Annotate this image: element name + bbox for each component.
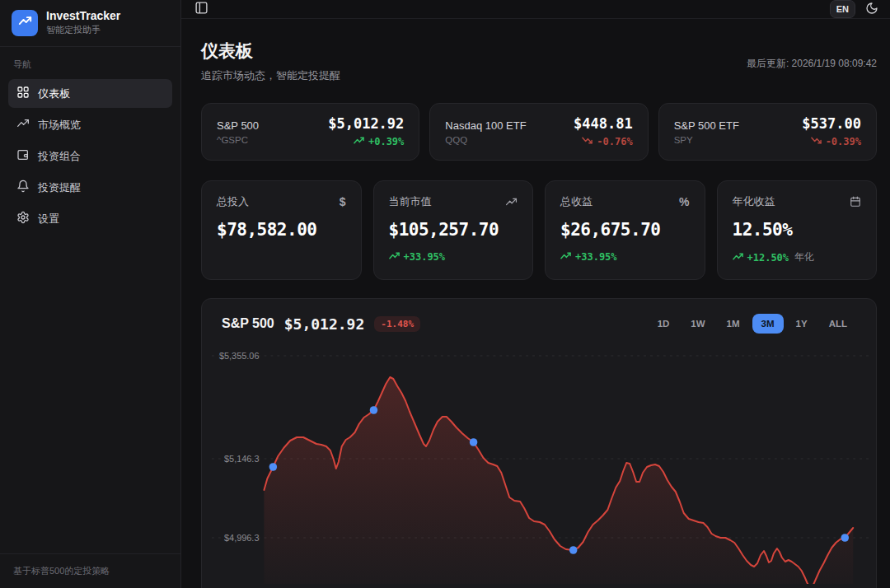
ticker-quote: $537.00 -0.39% xyxy=(802,115,861,148)
chart-region: $5,355.06$5,146.3$4,996.3 xyxy=(202,343,876,584)
sidebar-item-label: 投资组合 xyxy=(38,149,81,164)
stat-head: 当前市值 xyxy=(389,194,518,209)
stat-head: 总收益 % xyxy=(560,194,690,209)
app-name: InvestTracker xyxy=(46,9,120,22)
stat-label: 总投入 xyxy=(217,194,249,209)
range-button-1d[interactable]: 1D xyxy=(649,314,679,334)
sidebar-item-label: 仪表板 xyxy=(38,86,70,101)
stat-card-total-invested: 总投入 $ $78,582.00 xyxy=(201,180,362,280)
gear-icon xyxy=(16,211,30,226)
ticker-card-gspc: S&P 500 ^GSPC $5,012.92 +0.39% xyxy=(201,103,419,161)
page-subtitle: 追踪市场动态，智能定投提醒 xyxy=(201,68,340,83)
range-button-1w[interactable]: 1W xyxy=(682,314,714,334)
chart-data-point xyxy=(370,406,378,414)
ticker-change: -0.76% xyxy=(574,135,633,148)
sidebar-item-market-overview[interactable]: 市场概览 xyxy=(8,110,172,139)
stat-change-value: +12.50% xyxy=(747,252,789,264)
stat-label: 总收益 xyxy=(560,194,593,209)
trending-up-icon xyxy=(354,135,364,148)
ticker-change-value: +0.39% xyxy=(368,136,404,147)
price-chart-svg: $5,355.06$5,146.3$4,996.3 xyxy=(202,343,876,584)
svg-text:$5,355.06: $5,355.06 xyxy=(219,351,260,361)
ticker-symbol: SPY xyxy=(674,135,739,145)
chart-current-price: $5,012.92 xyxy=(284,315,365,333)
range-button-1m[interactable]: 1M xyxy=(718,314,749,334)
chart-data-point xyxy=(841,534,850,542)
language-toggle-button[interactable]: EN xyxy=(830,0,855,18)
page-header: 仪表板 追踪市场动态，智能定投提醒 最后更新: 2026/1/19 08:09:… xyxy=(201,39,877,83)
percent-icon: % xyxy=(679,195,689,208)
stat-change: +12.50% 年化 xyxy=(733,250,862,264)
ticker-row: S&P 500 ^GSPC $5,012.92 +0.39% xyxy=(201,103,877,161)
ticker-card-qqq: Nasdaq 100 ETF QQQ $448.81 -0.76% xyxy=(429,103,648,161)
sidebar-item-label: 市场概览 xyxy=(38,118,81,133)
dollar-icon: $ xyxy=(340,195,346,208)
sidebar-toggle-button[interactable] xyxy=(194,1,208,17)
main-area: EN 仪表板 追踪市场动态，智能定投提醒 最后更新: 2026/1/19 08:… xyxy=(181,0,890,588)
sidebar-item-alerts[interactable]: 投资提醒 xyxy=(8,173,172,202)
stat-card-current-value: 当前市值 $105,257.70 +33.95% xyxy=(373,180,534,280)
trending-up-icon xyxy=(17,13,33,32)
bell-icon xyxy=(16,180,30,195)
ticker-price: $5,012.92 xyxy=(328,115,404,132)
stats-row: 总投入 $ $78,582.00 当前市值 $105,257.70 xyxy=(201,180,877,280)
ticker-info: S&P 500 ^GSPC xyxy=(217,119,259,145)
sidebar-item-label: 设置 xyxy=(38,212,59,226)
brand-text: InvestTracker 智能定投助手 xyxy=(46,9,120,36)
stat-change: +33.95% xyxy=(560,250,690,264)
sidebar-item-portfolio[interactable]: 投资组合 xyxy=(8,142,172,170)
page-header-text: 仪表板 追踪市场动态，智能定投提醒 xyxy=(201,39,340,83)
trending-down-icon xyxy=(582,135,593,148)
brand: InvestTracker 智能定投助手 xyxy=(0,0,180,47)
calendar-icon xyxy=(850,196,861,208)
sidebar: InvestTracker 智能定投助手 导航 仪表板 市场概览 xyxy=(0,0,181,588)
ticker-name: Nasdaq 100 ETF xyxy=(445,119,526,132)
price-chart-card: S&P 500 $5,012.92 -1.48% 1D 1W 1M 3M 1Y … xyxy=(201,298,877,588)
trending-up-icon xyxy=(560,250,571,264)
ticker-name: S&P 500 ETF xyxy=(674,119,739,132)
ticker-change: +0.39% xyxy=(328,135,404,148)
stat-change: +33.95% xyxy=(389,250,518,264)
stat-label: 当前市值 xyxy=(389,194,432,209)
svg-text:$5,146.3: $5,146.3 xyxy=(224,454,259,464)
ticker-card-spy: S&P 500 ETF SPY $537.00 -0.39% xyxy=(658,103,877,161)
ticker-info: S&P 500 ETF SPY xyxy=(674,119,739,145)
stat-head: 年化收益 xyxy=(733,194,862,209)
stat-change-suffix: 年化 xyxy=(794,250,814,264)
sidebar-item-dashboard[interactable]: 仪表板 xyxy=(8,79,172,108)
moon-icon xyxy=(865,2,878,17)
sidebar-footer-note: 基于标普500的定投策略 xyxy=(0,553,180,588)
page-title: 仪表板 xyxy=(201,39,340,63)
sidebar-nav: 导航 仪表板 市场概览 xyxy=(0,47,180,245)
ticker-symbol: ^GSPC xyxy=(217,135,259,145)
ticker-price: $537.00 xyxy=(802,115,861,132)
ticker-price: $448.81 xyxy=(574,115,633,132)
trending-up-icon xyxy=(16,117,30,133)
sidebar-item-label: 投资提醒 xyxy=(38,180,81,195)
range-selector: 1D 1W 1M 3M 1Y ALL xyxy=(649,314,856,334)
range-button-1y[interactable]: 1Y xyxy=(787,314,817,334)
topbar: EN xyxy=(181,0,890,19)
theme-toggle-button[interactable] xyxy=(865,2,878,17)
panel-left-icon xyxy=(194,1,208,17)
stat-value: $105,257.70 xyxy=(389,220,518,240)
stat-value: 12.50% xyxy=(733,220,862,240)
trending-up-icon xyxy=(389,250,400,264)
chart-change-badge: -1.48% xyxy=(374,316,420,332)
sidebar-item-settings[interactable]: 设置 xyxy=(8,204,172,233)
wallet-icon xyxy=(16,148,30,164)
last-updated: 最后更新: 2026/1/19 08:09:42 xyxy=(747,57,877,71)
stat-label: 年化收益 xyxy=(733,194,775,209)
range-button-3m[interactable]: 3M xyxy=(752,314,784,334)
stat-card-total-return: 总收益 % $26,675.70 +33.95% xyxy=(545,180,705,280)
stat-value: $78,582.00 xyxy=(217,220,346,240)
layout-grid-icon xyxy=(16,86,30,101)
stat-change-value: +33.95% xyxy=(404,251,446,263)
trending-up-icon xyxy=(733,251,743,264)
stat-change-value: +33.95% xyxy=(575,251,617,263)
stat-value: $26,675.70 xyxy=(560,220,690,240)
ticker-symbol: QQQ xyxy=(445,135,526,145)
nav-section-label: 导航 xyxy=(13,58,167,71)
range-button-all[interactable]: ALL xyxy=(820,314,856,334)
trending-up-icon xyxy=(505,196,518,208)
